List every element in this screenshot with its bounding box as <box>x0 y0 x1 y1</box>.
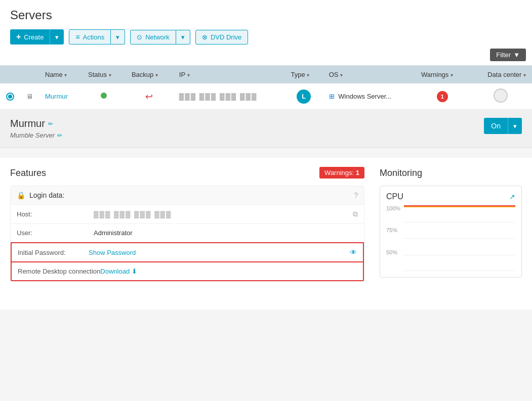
chart-75-line <box>404 222 515 222</box>
dvd-button-group: ⊗ DVD Drive <box>195 30 248 44</box>
cpu-card: CPU ↗ 100% 75% 50% <box>380 186 522 278</box>
login-icon: 🔒 <box>17 191 25 199</box>
col-type: Type ▾ <box>285 66 323 83</box>
row-radio[interactable] <box>6 93 14 101</box>
filter-icon: ▼ <box>513 51 520 59</box>
col-radio <box>0 66 20 83</box>
ip-value: ▓▓▓ ▓▓▓ ▓▓▓ ▓▓▓ <box>179 93 258 100</box>
show-password-link[interactable]: Show Password <box>89 249 136 256</box>
servers-table: Name ▾ Status ▾ Backup ▾ IP ▾ Type ▾ OS … <box>0 66 532 110</box>
subtitle-edit-icon[interactable]: ✏ <box>57 132 62 139</box>
radio-inner <box>8 95 12 99</box>
warning-badge: 1 <box>437 91 448 102</box>
login-data-label: Login data: <box>29 191 64 199</box>
detail-server-name: Murmur ✏ <box>10 118 62 129</box>
remote-desktop-label: Remote Desktop connection <box>18 268 100 275</box>
chevron-down-icon: ▾ <box>513 122 517 130</box>
page-title: Servers <box>10 8 522 22</box>
table-section: Filter ▼ Name ▾ Status ▾ Backup ▾ IP ▾ T… <box>0 44 532 110</box>
detail-left: Murmur ✏ Mumble Server ✏ <box>10 118 62 139</box>
network-button[interactable]: ⊙ Network <box>130 30 176 44</box>
chart-yellow-line <box>404 206 515 207</box>
status-dot <box>101 93 107 99</box>
password-row: Initial Password: Show Password 👁 <box>11 242 364 262</box>
login-section: 🔒 Login data: ? Host: ▓▓▓ ▓▓▓ ▓▓▓ ▓▓▓ ⧉ … <box>10 186 364 282</box>
col-datacenter: Data center ▾ <box>470 66 532 83</box>
actions-dropdown-button[interactable]: ▾ <box>111 29 125 44</box>
user-label: User: <box>17 229 88 237</box>
top-section: Servers + Create ▾ ≡ Actions ▾ ⊙ <box>0 0 532 44</box>
row-icon-cell: 🖥 <box>20 83 39 110</box>
chart-label-100: 100% <box>386 205 400 211</box>
row-ip-cell: ▓▓▓ ▓▓▓ ▓▓▓ ▓▓▓ <box>173 83 285 110</box>
row-backup-cell: ↩ <box>126 83 173 110</box>
chevron-down-icon: ▾ <box>55 33 59 41</box>
user-value: Administrator <box>94 229 358 237</box>
login-header: 🔒 Login data: ? <box>11 186 364 205</box>
chevron-down-icon: ▾ <box>181 33 185 41</box>
warnings-badge: Warnings: 1 <box>319 167 364 179</box>
backup-sort-icon: ▾ <box>155 72 158 78</box>
main-content: Features Warnings: 1 🔒 Login data: ? Hos… <box>0 158 532 309</box>
os-text: Windows Server... <box>338 93 391 100</box>
table-header-row: Name ▾ Status ▾ Backup ▾ IP ▾ Type ▾ OS … <box>0 66 532 83</box>
col-name: Name ▾ <box>39 66 82 83</box>
actions-button[interactable]: ≡ Actions <box>69 29 111 44</box>
col-ip: IP ▾ <box>173 66 285 83</box>
server-icon: 🖥 <box>26 93 33 100</box>
eye-icon[interactable]: 👁 <box>350 248 357 256</box>
chart-label-50: 50% <box>386 249 400 255</box>
network-icon: ⊙ <box>137 33 142 41</box>
external-link-icon[interactable]: ↗ <box>509 193 515 201</box>
download-link[interactable]: Download ⬇ <box>100 268 137 275</box>
name-sort-icon: ▾ <box>64 72 67 78</box>
user-row: User: Administrator <box>11 224 364 242</box>
row-os-cell: ⊞ Windows Server... <box>323 83 415 110</box>
warnings-sort-icon: ▾ <box>451 72 453 78</box>
dc-sort-icon: ▾ <box>523 72 526 78</box>
detail-section: Murmur ✏ Mumble Server ✏ On ▾ <box>0 110 532 148</box>
server-name-link[interactable]: Murmur <box>45 93 68 100</box>
col-status: Status ▾ <box>82 66 126 83</box>
col-warnings: Warnings ▾ <box>415 66 470 83</box>
create-button[interactable]: + Create <box>10 29 50 44</box>
filter-button[interactable]: Filter ▼ <box>490 49 526 61</box>
dvd-drive-button[interactable]: ⊗ DVD Drive <box>195 30 248 44</box>
network-button-group: ⊙ Network ▾ <box>130 30 190 44</box>
actions-button-group: ≡ Actions ▾ <box>69 29 125 44</box>
detail-subtitle: Mumble Server ✏ <box>10 131 62 139</box>
spacer <box>0 148 532 158</box>
features-panel: Features Warnings: 1 🔒 Login data: ? Hos… <box>10 168 364 299</box>
initial-password-label: Initial Password: <box>18 249 89 256</box>
create-dropdown-button[interactable]: ▾ <box>50 29 64 44</box>
on-button[interactable]: On <box>484 118 508 134</box>
col-backup: Backup ▾ <box>126 66 173 83</box>
chart-50-line <box>404 238 515 239</box>
filter-bar: Filter ▼ <box>0 44 532 66</box>
create-button-group: + Create ▾ <box>10 29 64 44</box>
name-edit-icon[interactable]: ✏ <box>48 120 53 127</box>
on-dropdown-button[interactable]: ▾ <box>508 118 522 134</box>
row-type-cell: L <box>285 83 323 110</box>
network-dropdown-button[interactable]: ▾ <box>176 30 190 44</box>
row-dc-cell <box>470 83 532 110</box>
os-sort-icon: ▾ <box>340 72 343 78</box>
list-icon: ≡ <box>75 33 79 41</box>
chart-label-75: 75% <box>386 227 400 233</box>
row-warnings-cell: 1 <box>415 83 470 110</box>
cpu-title: CPU <box>386 192 403 201</box>
host-label: Host: <box>17 210 88 218</box>
monitoring-title: Monitoring <box>380 168 522 179</box>
col-os: OS ▾ <box>323 66 415 83</box>
col-icon <box>20 66 39 83</box>
copy-icon[interactable]: ⧉ <box>353 210 358 218</box>
download-icon: ⬇ <box>132 268 137 275</box>
help-icon[interactable]: ? <box>354 191 358 199</box>
features-title: Features <box>10 168 46 179</box>
type-badge: L <box>297 90 311 104</box>
chart-0-line <box>404 271 515 271</box>
row-radio-cell[interactable] <box>0 83 20 110</box>
host-value: ▓▓▓ ▓▓▓ ▓▓▓ ▓▓▓ <box>94 210 347 218</box>
row-status-cell <box>82 83 126 110</box>
on-button-group: On ▾ <box>484 118 522 134</box>
